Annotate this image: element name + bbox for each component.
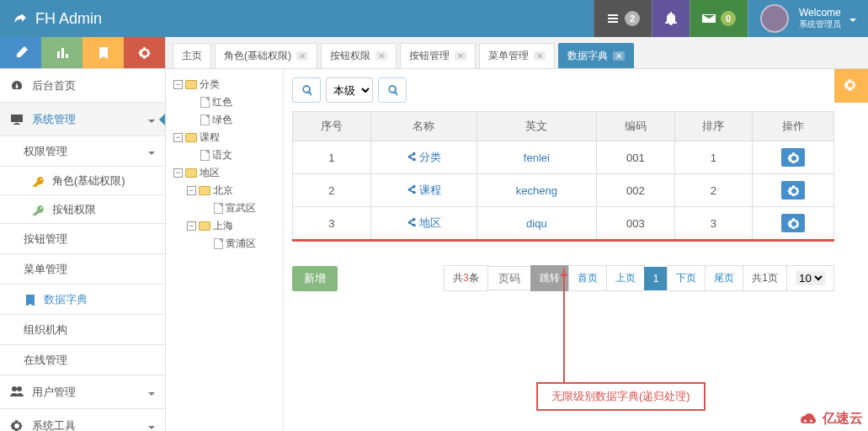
tree-node[interactable]: 语文 xyxy=(171,146,278,164)
cell-no: 1 xyxy=(293,141,371,174)
tab[interactable]: 按钮管理✕ xyxy=(400,43,476,68)
pager-prev[interactable]: 上页 xyxy=(606,265,645,291)
pager-pages: 共1页 xyxy=(743,265,787,291)
cell-name-link[interactable]: 地区 xyxy=(406,216,441,229)
tree-node[interactable]: 黄浦区 xyxy=(171,235,278,253)
tree-node[interactable]: 绿色 xyxy=(171,111,278,129)
row-action-button[interactable] xyxy=(781,214,805,232)
cog-icon xyxy=(787,152,799,163)
pager-last[interactable]: 尾页 xyxy=(705,265,743,291)
tree-label: 红色 xyxy=(212,95,232,109)
settings-toggle[interactable] xyxy=(834,69,868,103)
chevron-down-icon xyxy=(145,146,155,157)
tool-pencil[interactable] xyxy=(0,37,41,68)
row-action-button[interactable] xyxy=(781,148,805,167)
tree-toggle[interactable]: − xyxy=(173,80,183,89)
tool-chart[interactable] xyxy=(41,37,83,68)
file-icon xyxy=(200,114,210,125)
add-button[interactable]: 新增 xyxy=(292,266,338,291)
tab-bar: 主页角色(基础权限)✕按钮权限✕按钮管理✕菜单管理✕数据字典✕ xyxy=(166,37,868,69)
level-select[interactable]: 本级 xyxy=(326,77,373,103)
tool-book[interactable] xyxy=(83,37,124,68)
cell-en-link[interactable]: diqu xyxy=(526,217,547,230)
sidebar-item[interactable]: 组织机构 xyxy=(0,315,165,345)
tree-node[interactable]: 宣武区 xyxy=(171,200,278,217)
tool-cog[interactable] xyxy=(124,37,165,68)
table-header: 序号 xyxy=(293,112,371,141)
tree-node[interactable]: −上海 xyxy=(171,217,278,235)
table-header: 名称 xyxy=(370,112,477,141)
tab[interactable]: 角色(基础权限)✕ xyxy=(215,43,317,68)
folder-icon xyxy=(199,186,210,195)
cell-en-link[interactable]: kecheng xyxy=(516,184,557,197)
tasks-button[interactable]: 2 xyxy=(594,0,652,37)
sidebar-item[interactable]: 角色(基础权限) xyxy=(0,167,165,195)
close-icon[interactable]: ✕ xyxy=(296,51,308,61)
welcome-text: Welcome xyxy=(799,8,841,19)
tasks-badge: 2 xyxy=(625,11,640,26)
pager-total: 共3条 xyxy=(444,265,488,291)
sidebar-item-label: 用户管理 xyxy=(32,385,76,400)
table-row: 1 分类 fenlei 001 1 xyxy=(293,141,834,174)
cell-name-link[interactable]: 课程 xyxy=(406,184,441,196)
tree-label: 地区 xyxy=(200,166,220,180)
tab-label: 按钮管理 xyxy=(409,49,450,63)
dash-icon xyxy=(10,79,24,93)
pager-pageno[interactable] xyxy=(487,266,531,290)
sidebar-item[interactable]: 菜单管理 xyxy=(0,254,165,285)
refresh-button[interactable] xyxy=(292,77,321,103)
sidebar-item[interactable]: 按钮权限 xyxy=(0,195,165,224)
search-button[interactable] xyxy=(378,77,407,103)
tree-toggle[interactable]: − xyxy=(187,186,196,195)
tree-label: 黄浦区 xyxy=(226,237,256,251)
tree-label: 绿色 xyxy=(212,113,232,127)
sidebar-item[interactable]: 系统管理 xyxy=(0,103,165,136)
sidebar-item[interactable]: 后台首页 xyxy=(0,69,165,103)
tree-toggle[interactable]: − xyxy=(173,133,183,142)
cell-code: 002 xyxy=(597,174,675,207)
user-menu[interactable]: Welcome 系统管理员 xyxy=(748,0,868,37)
key-icon xyxy=(32,204,44,216)
pencil-icon xyxy=(14,46,28,60)
close-icon[interactable]: ✕ xyxy=(534,51,546,61)
brand-text: FH Admin xyxy=(35,10,102,28)
tree-node[interactable]: −北京 xyxy=(171,182,278,200)
row-action-button[interactable] xyxy=(781,181,805,200)
pager-size[interactable]: 10 xyxy=(786,265,834,291)
sidebar-item[interactable]: 按钮管理 xyxy=(0,224,165,254)
sidebar-item[interactable]: 用户管理 xyxy=(0,375,165,409)
tree-node[interactable]: −课程 xyxy=(171,129,278,146)
sidebar-item[interactable]: 在线管理 xyxy=(0,345,165,375)
chevron-down-icon xyxy=(145,421,155,431)
tree-node[interactable]: −地区 xyxy=(171,164,278,182)
notifications-button[interactable] xyxy=(652,0,690,37)
folder-icon xyxy=(185,133,197,142)
tab[interactable]: 主页 xyxy=(173,43,211,68)
sidebar-item[interactable]: 数据字典 xyxy=(0,285,165,315)
close-icon[interactable]: ✕ xyxy=(375,51,387,61)
tasks-icon xyxy=(606,12,620,25)
cell-no: 2 xyxy=(293,174,371,207)
sidebar-item-label: 角色(基础权限) xyxy=(52,173,125,189)
cell-sort: 1 xyxy=(674,141,753,174)
table-header: 编码 xyxy=(597,112,675,141)
cell-code: 003 xyxy=(597,207,675,240)
tree-node[interactable]: −分类 xyxy=(171,76,278,93)
sidebar-item[interactable]: 系统工具 xyxy=(0,409,165,431)
tree-toggle[interactable]: − xyxy=(173,168,183,178)
tab[interactable]: 数据字典✕ xyxy=(558,43,634,68)
tab[interactable]: 按钮权限✕ xyxy=(321,43,397,68)
cell-en-link[interactable]: fenlei xyxy=(524,152,550,164)
tab[interactable]: 菜单管理✕ xyxy=(479,43,555,68)
close-icon[interactable]: ✕ xyxy=(455,51,466,61)
mail-button[interactable]: 0 xyxy=(690,0,748,37)
close-icon[interactable]: ✕ xyxy=(613,51,625,61)
tree-toggle[interactable]: − xyxy=(187,221,196,231)
pager-next[interactable]: 下页 xyxy=(667,265,706,291)
pager-first[interactable]: 首页 xyxy=(568,265,607,291)
tree-node[interactable]: 红色 xyxy=(171,93,278,111)
cell-name-link[interactable]: 分类 xyxy=(406,151,441,163)
sidebar-item[interactable]: 权限管理 xyxy=(0,136,165,167)
file-icon xyxy=(214,238,223,249)
watermark: 亿速云 xyxy=(797,410,863,428)
